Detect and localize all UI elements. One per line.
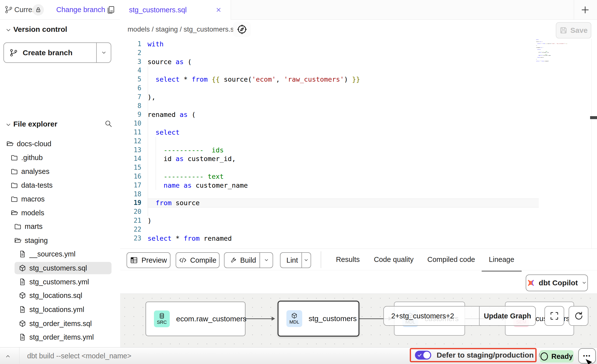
create-branch-button[interactable]: Create branch — [3, 42, 111, 63]
node-label: stg_customers — [309, 314, 357, 323]
line-number: 12 — [120, 137, 141, 146]
line-number: 15 — [120, 163, 141, 172]
lineage-selector-bar: 2+stg_customers+2 Update Graph — [383, 306, 536, 326]
fullscreen-button[interactable] — [544, 306, 564, 326]
code-line: renamed as ( — [148, 110, 196, 119]
code-line: ) — [148, 216, 151, 225]
tree-item-label: analyses — [21, 167, 49, 176]
defer-toggle[interactable] — [415, 351, 431, 360]
create-branch-dropdown[interactable] — [96, 43, 111, 62]
branch-bar: Current Change branch — [0, 0, 120, 20]
lineage-node-stg-customers[interactable]: MDL stg_customers — [278, 301, 359, 337]
status-badge-ready: Ready — [540, 350, 574, 363]
dbt-copilot-button[interactable]: dbt Copilot — [526, 274, 588, 291]
lineage-node-ecom-raw-customers[interactable]: SRC ecom.raw_customers — [146, 302, 245, 336]
update-graph-button[interactable]: Update Graph — [480, 307, 535, 325]
build-button[interactable]: Build — [224, 252, 273, 268]
dbt-copilot-label: dbt Copilot — [539, 279, 578, 287]
tree-item-label: docs-cloud — [17, 140, 51, 148]
new-tab-plus-icon[interactable] — [580, 5, 590, 15]
tree-item-marts[interactable]: marts — [14, 220, 43, 233]
check-icon — [417, 352, 422, 358]
code-line: ---------- ids — [148, 146, 224, 155]
close-icon[interactable] — [215, 7, 222, 13]
panel-tab-lineage[interactable]: Lineage — [489, 249, 514, 270]
panel-tab-compiled-code[interactable]: Compiled code — [427, 249, 475, 270]
save-button[interactable]: Save — [556, 22, 591, 38]
refresh-button[interactable] — [569, 306, 588, 326]
wrench-icon — [230, 256, 237, 264]
tree-item-docs-cloud[interactable]: docs-cloud — [6, 138, 51, 150]
tree-item-label: stg_locations.sql — [29, 291, 82, 300]
line-number: 2 — [120, 49, 141, 57]
line-number: 5 — [120, 75, 141, 84]
build-dropdown[interactable] — [260, 253, 273, 268]
compile-button[interactable]: Compile — [176, 252, 220, 268]
node-label: ecom.raw_customers — [176, 315, 246, 323]
tree-item-analyses[interactable]: analyses — [11, 165, 49, 178]
search-icon[interactable] — [105, 120, 112, 128]
command-input[interactable]: dbt build --select <model_name> — [27, 347, 131, 364]
folder-icon — [11, 154, 18, 161]
preview-button[interactable]: Preview — [127, 252, 170, 268]
version-control-chevron-icon[interactable] — [5, 27, 12, 33]
code-line: id as customer_id, — [148, 154, 236, 163]
line-number: 8 — [120, 102, 141, 110]
cube-icon — [291, 312, 298, 319]
lint-label: Lint — [286, 256, 298, 264]
tree-item-stg-customers-yml[interactable]: stg_customers.yml — [19, 276, 89, 288]
code-line: with — [148, 40, 164, 49]
tab-stg-customers-sql[interactable]: stg_customers.sql — [120, 0, 231, 20]
tree-item-stg-order-items-yml[interactable]: stg_order_items.yml — [19, 331, 94, 343]
code-line: ---------- text — [148, 172, 224, 181]
active-tab-underline — [482, 271, 522, 272]
lint-button[interactable]: Lint — [280, 252, 311, 268]
tree-item-label: stg_order_items.sql — [29, 320, 92, 328]
file-icon — [19, 278, 26, 286]
lineage-selector-input[interactable]: 2+stg_customers+2 — [384, 307, 480, 325]
tree-item-macros[interactable]: macros — [11, 193, 45, 205]
code-icon — [179, 256, 187, 264]
tree-item-stg-order-items-sql[interactable]: stg_order_items.sql — [19, 317, 92, 330]
line-number: 16 — [120, 172, 141, 181]
tabstrip-divider — [574, 0, 574, 20]
tree-item-data-tests[interactable]: data-tests — [11, 179, 53, 191]
line-number: 19 — [120, 199, 141, 207]
tree-item-label: stg_customers.yml — [29, 278, 89, 286]
folder-open-icon — [14, 237, 21, 244]
git-branch-icon — [9, 49, 18, 57]
dbt-copilot-logo-icon — [526, 278, 535, 287]
database-icon — [159, 313, 165, 319]
copy-icon[interactable] — [106, 5, 115, 14]
code-editor[interactable]: 1234567891011121314151617181920212223 wi… — [120, 39, 597, 249]
fullscreen-icon — [550, 311, 559, 320]
refresh-icon — [574, 311, 583, 321]
panel-tab-results[interactable]: Results — [336, 249, 360, 270]
line-number: 13 — [120, 146, 141, 155]
collapse-chevron-up-icon[interactable] — [4, 353, 11, 360]
code-line: source as ( — [148, 57, 192, 66]
change-branch-link[interactable]: Change branch — [56, 0, 105, 19]
lineage-canvas[interactable]: MDL customers SEM customers SRC ecom.raw… — [120, 293, 597, 347]
preview-label: Preview — [141, 256, 167, 264]
file-explorer-chevron-icon[interactable] — [5, 122, 12, 128]
lineage-compass-icon[interactable] — [233, 22, 251, 37]
line-number: 4 — [120, 66, 141, 75]
model-icon — [19, 320, 26, 327]
tree-item-stg-locations-sql[interactable]: stg_locations.sql — [19, 289, 82, 302]
tree-item--github[interactable]: .github — [11, 151, 43, 164]
tree-item--sources-yml[interactable]: __sources.yml — [19, 248, 75, 260]
compile-label: Compile — [190, 256, 216, 264]
line-number: 9 — [120, 110, 141, 119]
lint-dropdown[interactable] — [301, 253, 311, 268]
tree-item-stg-customers-sql[interactable]: stg_customers.sql — [19, 262, 87, 274]
branch-lock-chip — [33, 4, 44, 16]
line-number: 23 — [120, 234, 141, 243]
line-number: 22 — [120, 225, 141, 234]
panel-tab-code-quality[interactable]: Code quality — [374, 249, 413, 270]
minimap[interactable]: with source as ( select * from {{ source… — [536, 39, 585, 107]
tree-item-staging[interactable]: staging — [14, 234, 48, 247]
tree-item-models[interactable]: models — [11, 207, 44, 219]
tree-item-label: __sources.yml — [29, 250, 75, 258]
tree-item-stg-locations-yml[interactable]: stg_locations.yml — [19, 303, 84, 316]
